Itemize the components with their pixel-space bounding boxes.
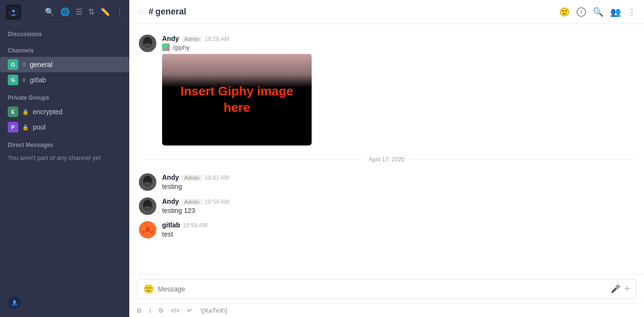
emoji-button[interactable]: 🙂 <box>143 284 154 294</box>
message-author: Andy <box>162 35 179 42</box>
avatar-gitlab <box>139 221 156 238</box>
channels-label: Channels <box>0 40 129 57</box>
channel-name-gitlab: gitlab <box>30 76 46 84</box>
message-meta: gitlab 10:59 AM <box>162 221 634 229</box>
direct-messages-label: Direct Messages <box>0 135 129 151</box>
message-text: testing <box>162 182 634 192</box>
message-content: gitlab 10:59 AM test <box>162 221 634 239</box>
direct-messages-empty: You aren't part of any channel yet <box>0 151 129 164</box>
group-avatar-encrypted: E <box>8 106 18 117</box>
giphy-command-text: /giphy <box>173 44 190 51</box>
sidebar-top-icons: 🔍 🌐 ☰ ⇅ ✏️ ⋮ <box>45 7 123 16</box>
microphone-icon[interactable]: 🎤 <box>611 284 620 293</box>
workspace-avatar[interactable] <box>6 4 21 20</box>
members-icon[interactable]: 👥 <box>610 7 621 17</box>
message-text: test <box>162 230 634 239</box>
sidebar: 🔍 🌐 ☰ ⇅ ✏️ ⋮ Discussions Channels G # ge… <box>0 0 129 317</box>
katex-button[interactable]: \[KaTeX\] <box>200 307 227 314</box>
message-row: Andy Admin 10:28 AM /giphy Insert Giphy … <box>139 32 634 148</box>
message-author: Andy <box>162 173 179 181</box>
giphy-logo-icon <box>162 43 170 51</box>
strikethrough-button[interactable]: S <box>159 307 163 314</box>
message-row: Andy Admin 10:41 AM testing <box>139 171 634 195</box>
messages-area: Andy Admin 10:28 AM /giphy Insert Giphy … <box>129 24 644 274</box>
channel-name-general: general <box>30 61 53 68</box>
code-button[interactable]: </> <box>171 307 180 314</box>
svg-point-13 <box>145 182 151 185</box>
search-icon[interactable]: 🔍 <box>45 7 55 16</box>
sidebar-footer <box>0 290 129 317</box>
sidebar-header: 🔍 🌐 ☰ ⇅ ✏️ ⋮ <box>0 0 129 24</box>
giphy-image-top <box>162 54 312 88</box>
svg-point-1 <box>12 10 15 13</box>
sidebar-item-encrypted[interactable]: E 🔒 encrypted <box>0 104 129 119</box>
date-divider-text: April 17, 2020 <box>369 156 404 163</box>
message-time: 10:59 AM <box>183 222 207 229</box>
message-author: gitlab <box>162 221 180 229</box>
channel-avatar-general: G <box>8 59 18 70</box>
sidebar-item-pool[interactable]: P 🔒 pool <box>0 119 129 135</box>
channel-hash: # <box>149 7 153 17</box>
info-icon[interactable]: i <box>576 7 586 17</box>
message-input-wrapper: 🙂 🎤 + <box>137 279 636 299</box>
formatting-toolbar: B i S </> ↵ \[KaTeX\] <box>129 304 644 317</box>
svg-point-18 <box>145 206 151 209</box>
main-content: ☆ # general 🙂 i 🔍 👥 ⋮ <box>129 0 644 317</box>
channel-avatar-gitlab: G <box>8 75 18 85</box>
date-divider: April 17, 2020 <box>139 156 634 163</box>
kebab-header-icon[interactable]: ⋮ <box>628 7 636 17</box>
message-time: 10:59 AM <box>205 198 229 205</box>
discussions-label: Discussions <box>0 24 129 40</box>
channel-name: general <box>155 7 186 17</box>
group-name-pool: pool <box>33 123 45 131</box>
add-attachment-button[interactable]: + <box>624 283 630 294</box>
edit-icon[interactable]: ✏️ <box>100 7 110 16</box>
globe-icon[interactable]: 🌐 <box>60 7 70 16</box>
message-input-area: 🙂 🎤 + <box>129 274 644 304</box>
message-input[interactable] <box>158 285 607 293</box>
italic-button[interactable]: i <box>149 307 151 314</box>
message-role: Admin <box>182 198 202 205</box>
header-actions: 🙂 i 🔍 👥 ⋮ <box>559 7 636 17</box>
lock-icon-pool: 🔒 <box>22 124 29 131</box>
message-author: Andy <box>162 198 179 205</box>
message-role: Admin <box>182 36 202 42</box>
search-header-icon[interactable]: 🔍 <box>593 7 603 17</box>
svg-point-3 <box>14 301 16 303</box>
avatar-andy-3 <box>139 198 156 215</box>
svg-point-8 <box>145 43 151 46</box>
message-meta: Andy Admin 10:28 AM <box>162 35 634 42</box>
message-row: gitlab 10:59 AM test <box>139 218 634 242</box>
giphy-image-placeholder: Insert Giphy imagehere <box>162 54 312 145</box>
svg-marker-26 <box>143 232 152 237</box>
message-row: Andy Admin 10:59 AM testing 123 <box>139 195 634 219</box>
avatar-andy <box>139 35 156 52</box>
list-icon[interactable]: ☰ <box>76 7 82 16</box>
message-time: 10:41 AM <box>205 174 229 181</box>
message-role: Admin <box>182 174 202 181</box>
hash-icon-general: # <box>22 61 26 68</box>
sidebar-item-gitlab[interactable]: G # gitlab <box>0 72 129 88</box>
lock-icon-encrypted: 🔒 <box>22 109 29 115</box>
message-time: 10:28 AM <box>205 36 229 42</box>
sidebar-item-general[interactable]: G # general <box>0 57 129 72</box>
star-icon[interactable]: ☆ <box>137 7 145 17</box>
giphy-placeholder-text: Insert Giphy imagehere <box>180 83 293 116</box>
channel-title: # general <box>149 7 555 17</box>
bold-button[interactable]: B <box>137 307 141 314</box>
kebab-icon[interactable]: ⋮ <box>116 7 123 16</box>
emoji-header-icon[interactable]: 🙂 <box>559 7 570 17</box>
group-name-encrypted: encrypted <box>33 108 62 116</box>
avatar-andy-2 <box>139 173 156 191</box>
message-content: Andy Admin 10:59 AM testing 123 <box>162 198 634 216</box>
message-content: Andy Admin 10:28 AM /giphy Insert Giphy … <box>162 35 634 145</box>
message-content: Andy Admin 10:41 AM testing <box>162 173 634 192</box>
private-groups-label: Private Groups <box>0 88 129 104</box>
hash-icon-gitlab: # <box>22 76 26 84</box>
message-text: testing 123 <box>162 206 634 216</box>
sort-icon[interactable]: ⇅ <box>88 7 95 16</box>
rocket-logo <box>8 296 122 311</box>
group-avatar-pool: P <box>8 122 18 132</box>
quote-button[interactable]: ↵ <box>187 307 192 314</box>
giphy-badge: /giphy <box>162 43 634 51</box>
